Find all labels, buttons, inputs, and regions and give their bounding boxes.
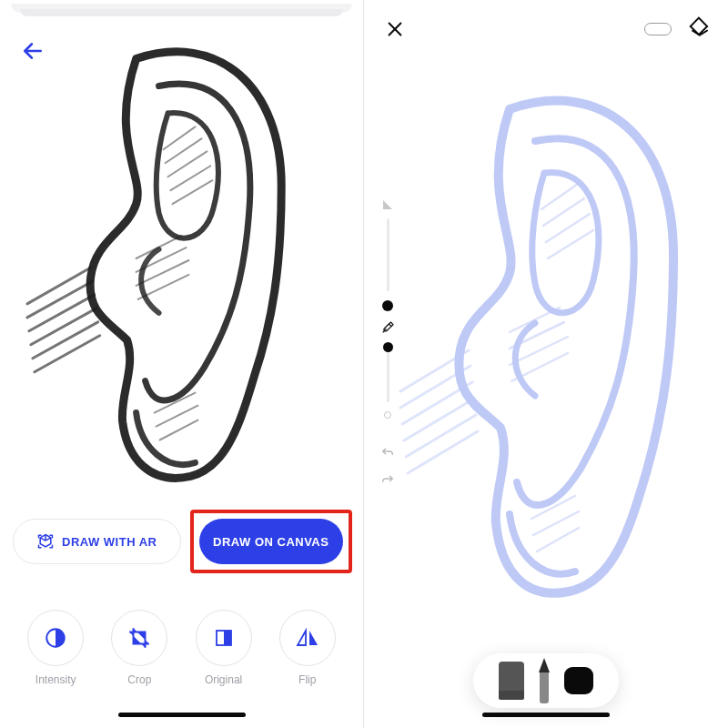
redo-icon (380, 473, 395, 488)
eraser-tool[interactable] (499, 662, 524, 700)
canvas-panel (364, 0, 728, 728)
eyedropper-icon (380, 320, 395, 335)
svg-line-9 (138, 275, 189, 299)
tool-original[interactable]: Original (196, 610, 252, 686)
adjustment-tools: Intensity Crop Original (0, 610, 363, 686)
crop-icon (127, 626, 151, 650)
tool-intensity[interactable]: Intensity (27, 610, 84, 686)
svg-line-7 (136, 248, 187, 272)
svg-line-16 (31, 308, 96, 345)
svg-line-5 (173, 180, 213, 204)
svg-line-39 (404, 399, 474, 440)
pencil-shaft-icon (540, 672, 549, 703)
svg-line-18 (35, 336, 100, 372)
button-label: DRAW WITH AR (62, 535, 157, 549)
close-icon (385, 19, 405, 39)
highlight-frame: DRAW ON CANVAS (190, 510, 353, 573)
tool-flip[interactable]: Flip (279, 610, 336, 686)
action-row: DRAW WITH AR DRAW ON CANVAS (13, 519, 350, 564)
svg-line-4 (171, 166, 211, 190)
flip-icon (295, 627, 320, 649)
redo-button[interactable] (380, 473, 395, 491)
canvas-topbar (364, 15, 728, 44)
svg-line-41 (408, 431, 478, 473)
canvas-trace[interactable] (364, 46, 728, 646)
eyedropper-button[interactable] (380, 320, 395, 339)
svg-line-12 (160, 420, 198, 440)
opacity-min-icon (384, 411, 391, 419)
draw-with-ar-button[interactable]: DRAW WITH AR (13, 519, 181, 564)
brush-size-indicator-icon (383, 200, 392, 209)
svg-line-35 (537, 528, 579, 551)
svg-line-28 (548, 230, 593, 258)
tool-label: Flip (298, 673, 316, 686)
svg-line-38 (402, 382, 472, 424)
vertical-toolbar (377, 200, 399, 491)
brush-tray (473, 653, 619, 708)
home-indicator[interactable] (482, 713, 610, 717)
pencil-tip-icon (539, 658, 550, 672)
svg-line-15 (29, 295, 95, 331)
undo-icon (380, 446, 395, 460)
tool-crop[interactable]: Crop (111, 610, 167, 686)
size-slider-knob[interactable] (382, 300, 393, 311)
close-button[interactable] (380, 15, 410, 44)
pencil-tool[interactable] (539, 658, 550, 703)
opacity-slider-knob[interactable] (383, 342, 393, 352)
home-indicator[interactable] (118, 713, 246, 717)
svg-rect-21 (224, 631, 231, 645)
card-stack-hint (20, 9, 343, 16)
ar-cube-icon (36, 532, 55, 551)
svg-line-40 (406, 415, 476, 457)
layers-button[interactable] (688, 15, 712, 43)
svg-line-6 (136, 236, 182, 258)
color-swatch[interactable] (564, 667, 593, 694)
back-button[interactable] (13, 31, 53, 71)
opacity-slider[interactable] (387, 348, 389, 402)
preview-panel: DRAW WITH AR DRAW ON CANVAS Intensity (0, 0, 364, 728)
tool-label: Intensity (35, 673, 76, 686)
intensity-icon (44, 626, 67, 650)
svg-line-17 (33, 322, 98, 359)
button-label: DRAW ON CANVAS (213, 535, 329, 549)
original-icon (213, 627, 235, 649)
size-slider[interactable] (387, 218, 389, 291)
draw-on-canvas-button[interactable]: DRAW ON CANVAS (199, 519, 344, 564)
svg-line-32 (511, 353, 568, 381)
toggle-pill[interactable] (644, 23, 672, 35)
tool-label: Original (205, 673, 242, 686)
layers-icon (688, 15, 712, 39)
tool-label: Crop (127, 673, 151, 686)
arrow-left-icon (21, 39, 45, 63)
svg-line-30 (510, 322, 564, 349)
undo-button[interactable] (380, 446, 395, 464)
reference-sketch (0, 16, 363, 500)
svg-line-3 (168, 151, 207, 177)
